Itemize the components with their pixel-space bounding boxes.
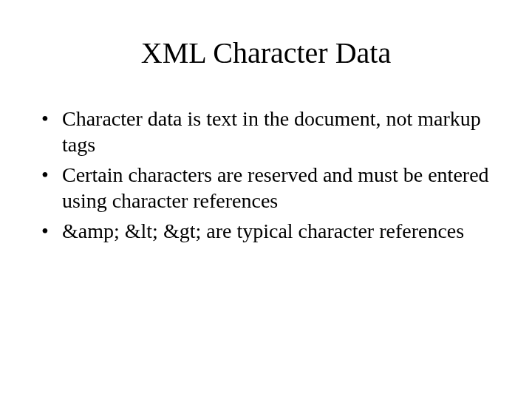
list-item: Certain characters are reserved and must…: [41, 162, 497, 214]
slide-title: XML Character Data: [35, 35, 497, 70]
list-item: &amp; &lt; &gt; are typical character re…: [41, 218, 497, 244]
list-item: Character data is text in the document, …: [41, 106, 497, 157]
slide: XML Character Data Character data is tex…: [0, 0, 532, 399]
bullet-list: Character data is text in the document, …: [41, 106, 497, 244]
